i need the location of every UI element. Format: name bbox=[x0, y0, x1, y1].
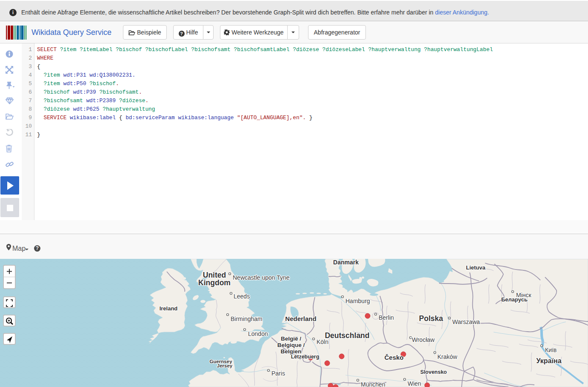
svg-text:Lietuva: Lietuva bbox=[466, 264, 485, 271]
svg-text:Warszawa: Warszawa bbox=[452, 318, 480, 325]
svg-text:Україна: Україна bbox=[536, 357, 561, 364]
svg-text:Nederland: Nederland bbox=[285, 315, 316, 322]
svg-text:Birmingham: Birmingham bbox=[231, 315, 263, 322]
svg-text:Slovensko: Slovensko bbox=[420, 369, 447, 375]
svg-text:Kingdom: Kingdom bbox=[198, 278, 231, 287]
svg-text:Belgique /: Belgique / bbox=[277, 342, 305, 348]
svg-text:Newcastle upon Tyne: Newcastle upon Tyne bbox=[233, 274, 290, 281]
svg-text:Danmark: Danmark bbox=[333, 259, 359, 266]
svg-text:Київ: Київ bbox=[545, 347, 557, 353]
svg-text:London: London bbox=[248, 330, 268, 337]
svg-text:Hamburg: Hamburg bbox=[345, 298, 370, 304]
svg-text:België /: België / bbox=[281, 335, 301, 342]
svg-text:Kraków: Kraków bbox=[437, 353, 458, 360]
svg-text:Berlin: Berlin bbox=[379, 314, 394, 321]
svg-text:Мінск: Мінск bbox=[516, 292, 532, 298]
svg-text:Paris: Paris bbox=[271, 370, 285, 377]
svg-text:Leeds: Leeds bbox=[234, 293, 250, 300]
svg-text:Lëtzebuerg: Lëtzebuerg bbox=[291, 354, 320, 360]
svg-text:Ireland: Ireland bbox=[160, 305, 178, 312]
svg-text:Köln: Köln bbox=[317, 338, 328, 345]
svg-text:Deutschland: Deutschland bbox=[325, 331, 369, 340]
svg-text:Jersey: Jersey bbox=[217, 363, 233, 368]
svg-text:München: München bbox=[361, 381, 385, 387]
svg-text:Wrocław: Wrocław bbox=[412, 336, 435, 343]
svg-text:Česko: Česko bbox=[384, 354, 403, 361]
svg-text:Polska: Polska bbox=[419, 314, 443, 323]
svg-text:Wien: Wien bbox=[408, 380, 421, 387]
svg-text:United: United bbox=[203, 271, 226, 279]
